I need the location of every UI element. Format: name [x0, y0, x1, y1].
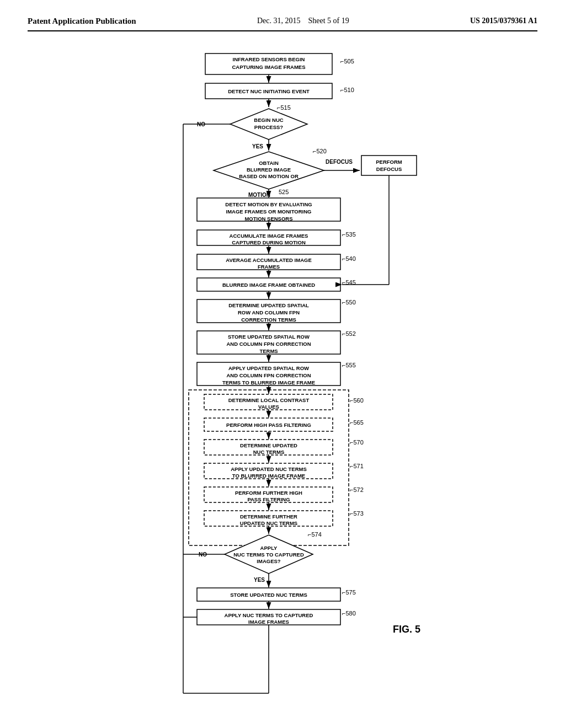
svg-text:STORE UPDATED NUC TERMS: STORE UPDATED NUC TERMS	[230, 592, 307, 598]
svg-text:DEFOCUS: DEFOCUS	[326, 159, 353, 165]
svg-text:MOTION SENSORS: MOTION SENSORS	[244, 216, 292, 222]
svg-text:DEFOCUS: DEFOCUS	[376, 166, 402, 172]
sheet-info: Sheet 5 of 19	[308, 17, 349, 25]
svg-text:⌐550: ⌐550	[342, 299, 356, 306]
svg-text:MOTION: MOTION	[248, 192, 270, 198]
svg-text:DETERMINE FURTHER: DETERMINE FURTHER	[240, 513, 297, 520]
date: Dec. 31, 2015	[257, 17, 301, 25]
svg-text:525: 525	[279, 189, 289, 195]
svg-text:TO BLURRED IMAGE FRAME: TO BLURRED IMAGE FRAME	[232, 473, 305, 479]
svg-text:NUC TERMS: NUC TERMS	[253, 449, 284, 455]
svg-text:PERFORM: PERFORM	[376, 159, 402, 165]
svg-text:IMAGES?: IMAGES?	[257, 558, 280, 564]
svg-text:DETECT MOTION BY EVALUATING: DETECT MOTION BY EVALUATING	[225, 201, 312, 207]
svg-text:⌐505: ⌐505	[340, 58, 354, 65]
svg-text:BLURRED IMAGE: BLURRED IMAGE	[247, 167, 291, 173]
svg-text:APPLY NUC TERMS TO CAPTURED: APPLY NUC TERMS TO CAPTURED	[225, 612, 313, 618]
svg-text:CORRECTION TERMS: CORRECTION TERMS	[241, 317, 296, 323]
svg-text:AND COLUMN FPN CORRECTION: AND COLUMN FPN CORRECTION	[226, 341, 311, 347]
svg-text:PERFORM FURTHER HIGH: PERFORM FURTHER HIGH	[235, 490, 302, 496]
svg-text:BLURRED IMAGE FRAME OBTAINED: BLURRED IMAGE FRAME OBTAINED	[222, 282, 315, 288]
svg-text:DETECT NUC INITIATING EVENT: DETECT NUC INITIATING EVENT	[228, 88, 310, 94]
flowchart-svg: INFRARED SENSORS BEGIN CAPTURING IMAGE F…	[111, 48, 454, 710]
svg-text:APPLY UPDATED SPATIAL ROW: APPLY UPDATED SPATIAL ROW	[228, 365, 309, 371]
diagram-area: INFRARED SENSORS BEGIN CAPTURING IMAGE F…	[28, 42, 537, 718]
svg-text:FIG. 5: FIG. 5	[393, 624, 420, 635]
page-header: Patent Application Publication Dec. 31, …	[28, 17, 537, 31]
svg-text:IMAGE FRAMES: IMAGE FRAMES	[248, 619, 289, 625]
svg-text:DETERMINE UPDATED: DETERMINE UPDATED	[240, 442, 297, 448]
svg-text:⌐535: ⌐535	[342, 231, 356, 238]
svg-text:⌐552: ⌐552	[342, 330, 356, 337]
svg-text:IMAGE FRAMES OR MONITORING: IMAGE FRAMES OR MONITORING	[226, 208, 312, 215]
svg-text:ACCUMULATE IMAGE FRAMES: ACCUMULATE IMAGE FRAMES	[230, 233, 308, 239]
svg-text:⌐573: ⌐573	[350, 510, 364, 517]
svg-text:APPLY UPDATED NUC TERMS: APPLY UPDATED NUC TERMS	[231, 466, 307, 472]
patent-number: US 2015/0379361 A1	[470, 17, 537, 25]
svg-text:⌐540: ⌐540	[342, 255, 356, 262]
svg-text:⌐572: ⌐572	[350, 486, 364, 493]
svg-text:APPLY: APPLY	[260, 545, 278, 551]
svg-text:⌐555: ⌐555	[342, 362, 356, 368]
svg-text:TERMS TO BLURRED IMAGE FRAME: TERMS TO BLURRED IMAGE FRAME	[222, 379, 315, 386]
svg-text:NUC TERMS TO CAPTURED: NUC TERMS TO CAPTURED	[233, 552, 304, 558]
page: Patent Application Publication Dec. 31, …	[0, 0, 565, 728]
svg-text:TERMS: TERMS	[259, 348, 278, 354]
svg-text:AND COLUMN FPN CORRECTION: AND COLUMN FPN CORRECTION	[226, 372, 311, 378]
svg-text:YES: YES	[254, 577, 265, 583]
svg-text:CAPTURED DURING MOTION: CAPTURED DURING MOTION	[232, 239, 306, 245]
svg-text:VALUES: VALUES	[258, 404, 279, 410]
svg-text:UPDATED NUC TERMS: UPDATED NUC TERMS	[240, 520, 297, 526]
svg-text:CAPTURING IMAGE FRAMES: CAPTURING IMAGE FRAMES	[232, 64, 306, 70]
svg-text:PERFORM HIGH PASS FILTERING: PERFORM HIGH PASS FILTERING	[226, 422, 311, 428]
svg-text:DETERMINE LOCAL CONTRAST: DETERMINE LOCAL CONTRAST	[228, 397, 310, 403]
svg-text:⌐565: ⌐565	[350, 419, 364, 426]
svg-text:⌐510: ⌐510	[340, 87, 354, 93]
svg-text:FRAMES: FRAMES	[258, 264, 280, 270]
svg-text:PROCESS?: PROCESS?	[254, 124, 283, 130]
svg-text:STORE UPDATED SPATIAL ROW: STORE UPDATED SPATIAL ROW	[228, 334, 310, 340]
svg-text:⌐580: ⌐580	[342, 610, 356, 617]
svg-text:AVERAGE ACCUMULATED IMAGE: AVERAGE ACCUMULATED IMAGE	[226, 257, 312, 263]
svg-text:⌐571: ⌐571	[350, 463, 364, 469]
svg-text:OBTAIN: OBTAIN	[259, 160, 279, 166]
svg-text:DETERMINE UPDATED SPATIAL: DETERMINE UPDATED SPATIAL	[228, 302, 309, 308]
svg-text:⌐574: ⌐574	[308, 531, 322, 538]
svg-text:BASED ON MOTION OR: BASED ON MOTION OR	[239, 173, 299, 179]
svg-text:⌐520: ⌐520	[313, 148, 327, 154]
svg-text:INFRARED SENSORS BEGIN: INFRARED SENSORS BEGIN	[233, 56, 305, 62]
publication-title: Patent Application Publication	[28, 17, 136, 26]
svg-text:⌐570: ⌐570	[350, 439, 364, 446]
header-center: Dec. 31, 2015 Sheet 5 of 19	[257, 17, 349, 25]
svg-text:YES: YES	[252, 143, 263, 149]
svg-text:⌐560: ⌐560	[350, 397, 364, 404]
svg-text:⌐515: ⌐515	[277, 104, 291, 111]
svg-text:ROW AND COLUMN FPN: ROW AND COLUMN FPN	[238, 309, 300, 315]
svg-text:⌐575: ⌐575	[342, 589, 356, 596]
svg-text:PASS FILTERING: PASS FILTERING	[247, 496, 290, 502]
svg-text:BEGIN NUC: BEGIN NUC	[254, 117, 283, 123]
